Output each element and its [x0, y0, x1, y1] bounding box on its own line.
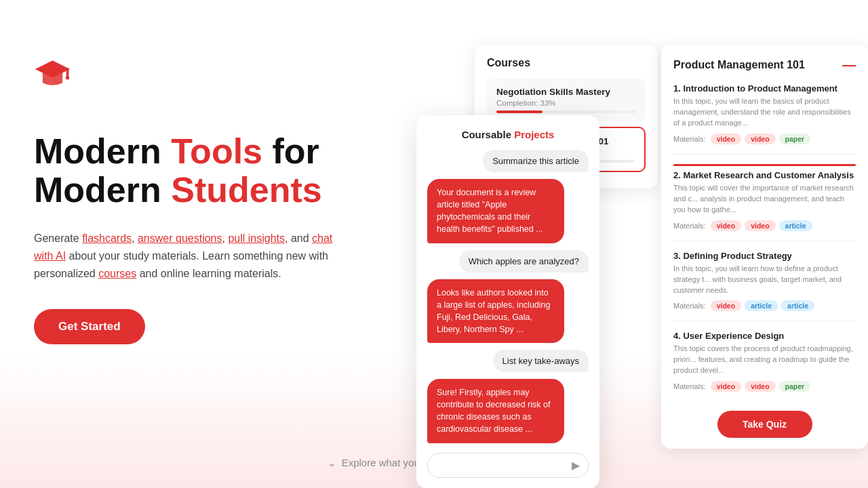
- take-quiz-button[interactable]: Take Quiz: [717, 411, 812, 438]
- materials-label: Materials:: [673, 222, 706, 230]
- materials-label: Materials:: [673, 382, 706, 390]
- chat-message-ai: Looks like authors looked into a large l…: [427, 279, 564, 344]
- chat-message-user: Which apples are analyzed?: [459, 250, 589, 272]
- tag-article: article: [779, 220, 812, 231]
- subtext: Generate flashcards, answer questions, p…: [34, 230, 346, 282]
- chat-header-normal: Coursable: [462, 129, 515, 140]
- tag-article: article: [781, 300, 814, 311]
- tag-paper: paper: [779, 134, 811, 144]
- tag-video: video: [745, 381, 775, 392]
- course-completion: Completion: 33%: [496, 99, 636, 107]
- chat-message-ai: Your document is a review article titled…: [427, 179, 564, 243]
- left-section: Modern Tools for Modern Students Generat…: [34, 54, 359, 344]
- pm-header: Product Management 101 —: [673, 57, 856, 73]
- chat-message-ai: Sure! Firstly, apples may contribute to …: [427, 379, 564, 443]
- logo-area: [34, 54, 359, 92]
- course-name: Negotiation Skills Mastery: [496, 87, 636, 97]
- main-headline: Modern Tools for Modern Students: [34, 132, 359, 209]
- chat-message-user: List key take-aways: [493, 350, 589, 372]
- pm-topic-1: 1. Introduction to Product Management In…: [673, 83, 856, 155]
- pm-topic-title: 3. Defining Product Strategy: [673, 251, 856, 261]
- chat-input[interactable]: [436, 460, 572, 470]
- pm-topic-desc: In this topic, you will learn the basics…: [673, 96, 856, 129]
- pm-topic-2: 2. Market Research and Customer Analysis…: [673, 164, 856, 241]
- answer-questions-link[interactable]: answer questions: [138, 232, 222, 244]
- materials-label: Materials:: [673, 135, 706, 143]
- tag-paper: paper: [779, 381, 811, 392]
- pm-materials: Materials: video video paper: [673, 381, 856, 392]
- pm-title: Product Management 101: [673, 59, 805, 71]
- get-started-button[interactable]: Get Started: [34, 309, 145, 344]
- svg-point-3: [66, 76, 70, 80]
- pull-insights-link[interactable]: pull insights: [228, 232, 285, 244]
- courses-link[interactable]: courses: [98, 268, 136, 279]
- tag-video: video: [711, 381, 741, 392]
- progress-bar-bg: [496, 110, 636, 113]
- send-button[interactable]: ▶: [572, 459, 580, 472]
- pm-topic-title: 4. User Experience Design: [673, 331, 856, 341]
- pm-topic-title: 1. Introduction to Product Management: [673, 83, 856, 94]
- logo-icon: [34, 54, 71, 92]
- pm-topic-desc: This topic covers the process of product…: [673, 344, 856, 376]
- chat-message-user: Summarize this article: [483, 150, 589, 172]
- chat-panel: Coursable Projects Summarize this articl…: [416, 115, 599, 488]
- pm-topic-title: 2. Market Research and Customer Analysis: [673, 170, 856, 180]
- pm-topic-desc: This topic will cover the importance of …: [673, 183, 856, 216]
- tag-video: video: [711, 134, 741, 144]
- tag-video: video: [711, 220, 741, 231]
- tag-video: video: [745, 220, 775, 231]
- pm-topic-4: 4. User Experience Design This topic cov…: [673, 331, 856, 401]
- pm-panel: Product Management 101 — 1. Introduction…: [661, 45, 868, 449]
- materials-label: Materials:: [673, 302, 706, 310]
- chat-header-projects: Projects: [514, 129, 554, 140]
- svg-rect-2: [66, 68, 69, 77]
- tag-video: video: [745, 134, 775, 144]
- pm-dash: —: [842, 57, 856, 73]
- tag-article: article: [745, 300, 778, 311]
- pm-topic-desc: In this topic, you will learn how to def…: [673, 264, 856, 296]
- courses-panel-title: Courses: [487, 57, 646, 69]
- chat-messages: Summarize this article Your document is …: [427, 150, 589, 443]
- progress-bar-fill: [496, 110, 542, 113]
- pm-materials: Materials: video video paper: [673, 134, 856, 144]
- chat-input-row: ▶: [427, 453, 589, 478]
- pm-materials: Materials: video video article: [673, 220, 856, 231]
- tag-video: video: [711, 300, 741, 311]
- red-progress-line: [673, 164, 856, 166]
- chevron-down-icon: ⌄: [328, 457, 336, 468]
- chat-header: Coursable Projects: [427, 129, 589, 140]
- pm-topic-3: 3. Defining Product Strategy In this top…: [673, 251, 856, 322]
- flashcards-link[interactable]: flashcards: [82, 232, 132, 244]
- pm-materials: Materials: video article article: [673, 300, 856, 311]
